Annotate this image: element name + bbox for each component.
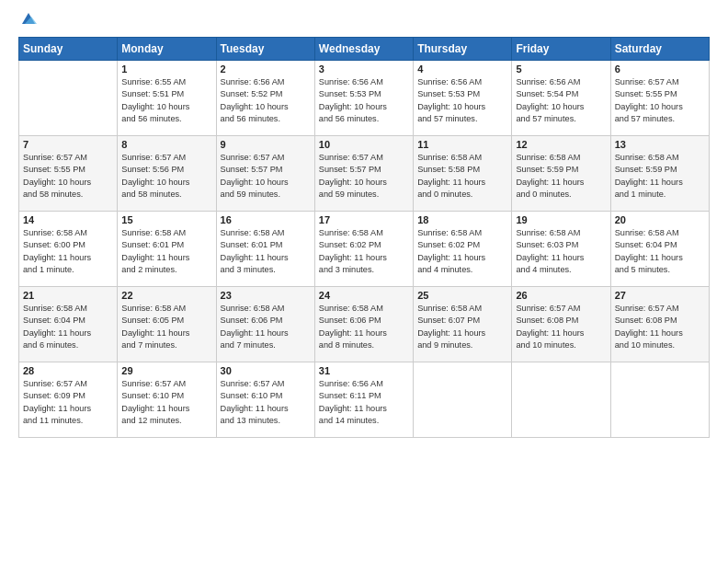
header	[18, 15, 710, 28]
day-info: Sunrise: 6:57 AM Sunset: 5:56 PM Dayligh…	[121, 152, 211, 201]
day-info: Sunrise: 6:58 AM Sunset: 5:58 PM Dayligh…	[417, 152, 507, 201]
calendar-cell: 11Sunrise: 6:58 AM Sunset: 5:58 PM Dayli…	[414, 136, 512, 212]
calendar-cell: 13Sunrise: 6:58 AM Sunset: 5:59 PM Dayli…	[610, 136, 709, 212]
day-number: 8	[121, 139, 211, 150]
day-number: 5	[516, 63, 606, 75]
day-number: 6	[615, 63, 705, 75]
calendar-cell: 21Sunrise: 6:58 AM Sunset: 6:04 PM Dayli…	[19, 287, 118, 362]
day-number: 26	[516, 290, 606, 301]
day-number: 3	[319, 63, 409, 75]
day-number: 20	[615, 214, 705, 225]
day-number: 24	[319, 290, 409, 301]
day-info: Sunrise: 6:58 AM Sunset: 6:03 PM Dayligh…	[516, 227, 606, 276]
calendar-cell: 27Sunrise: 6:57 AM Sunset: 6:08 PM Dayli…	[610, 287, 709, 362]
logo-icon	[20, 11, 37, 28]
day-info: Sunrise: 6:57 AM Sunset: 5:57 PM Dayligh…	[319, 152, 409, 201]
calendar-cell: 8Sunrise: 6:57 AM Sunset: 5:56 PM Daylig…	[118, 136, 216, 212]
page: SundayMondayTuesdayWednesdayThursdayFrid…	[0, 0, 728, 563]
day-info: Sunrise: 6:57 AM Sunset: 6:10 PM Dayligh…	[221, 378, 311, 427]
calendar-cell	[610, 362, 709, 438]
day-number: 10	[319, 139, 409, 150]
day-number: 22	[121, 290, 211, 301]
day-info: Sunrise: 6:58 AM Sunset: 6:04 PM Dayligh…	[615, 227, 705, 276]
calendar-cell: 18Sunrise: 6:58 AM Sunset: 6:02 PM Dayli…	[414, 212, 512, 287]
calendar-header-row: SundayMondayTuesdayWednesdayThursdayFrid…	[19, 38, 710, 61]
day-of-week-header: Thursday	[414, 38, 512, 61]
day-info: Sunrise: 6:58 AM Sunset: 6:07 PM Dayligh…	[417, 303, 507, 351]
calendar-cell: 5Sunrise: 6:56 AM Sunset: 5:54 PM Daylig…	[512, 61, 610, 136]
day-of-week-header: Wednesday	[314, 38, 413, 61]
day-info: Sunrise: 6:58 AM Sunset: 6:05 PM Dayligh…	[121, 303, 211, 351]
day-of-week-header: Monday	[118, 38, 216, 61]
day-info: Sunrise: 6:56 AM Sunset: 6:11 PM Dayligh…	[319, 378, 409, 427]
calendar-week-row: 14Sunrise: 6:58 AM Sunset: 6:00 PM Dayli…	[19, 212, 710, 287]
day-info: Sunrise: 6:58 AM Sunset: 5:59 PM Dayligh…	[516, 152, 606, 201]
calendar-cell: 30Sunrise: 6:57 AM Sunset: 6:10 PM Dayli…	[216, 362, 314, 438]
day-info: Sunrise: 6:58 AM Sunset: 6:06 PM Dayligh…	[221, 303, 311, 351]
day-number: 30	[221, 365, 311, 376]
calendar-cell: 22Sunrise: 6:58 AM Sunset: 6:05 PM Dayli…	[118, 287, 216, 362]
calendar-cell: 20Sunrise: 6:58 AM Sunset: 6:04 PM Dayli…	[610, 212, 709, 287]
calendar-cell: 2Sunrise: 6:56 AM Sunset: 5:52 PM Daylig…	[216, 61, 314, 136]
day-number: 1	[121, 63, 211, 75]
day-number: 13	[615, 139, 705, 150]
day-number: 29	[121, 365, 211, 376]
day-info: Sunrise: 6:55 AM Sunset: 5:51 PM Dayligh…	[121, 76, 211, 125]
calendar-cell: 15Sunrise: 6:58 AM Sunset: 6:01 PM Dayli…	[118, 212, 216, 287]
calendar-cell: 4Sunrise: 6:56 AM Sunset: 5:53 PM Daylig…	[414, 61, 512, 136]
day-info: Sunrise: 6:58 AM Sunset: 6:00 PM Dayligh…	[23, 227, 113, 276]
calendar-week-row: 1Sunrise: 6:55 AM Sunset: 5:51 PM Daylig…	[19, 61, 710, 136]
calendar-cell: 14Sunrise: 6:58 AM Sunset: 6:00 PM Dayli…	[19, 212, 118, 287]
calendar-cell: 12Sunrise: 6:58 AM Sunset: 5:59 PM Dayli…	[512, 136, 610, 212]
day-number: 23	[221, 290, 311, 301]
day-info: Sunrise: 6:56 AM Sunset: 5:54 PM Dayligh…	[516, 76, 606, 125]
logo	[18, 15, 37, 28]
calendar-cell: 31Sunrise: 6:56 AM Sunset: 6:11 PM Dayli…	[314, 362, 413, 438]
day-info: Sunrise: 6:58 AM Sunset: 6:02 PM Dayligh…	[319, 227, 409, 276]
day-info: Sunrise: 6:58 AM Sunset: 6:02 PM Dayligh…	[417, 227, 507, 276]
calendar-cell: 9Sunrise: 6:57 AM Sunset: 5:57 PM Daylig…	[216, 136, 314, 212]
calendar-week-row: 7Sunrise: 6:57 AM Sunset: 5:55 PM Daylig…	[19, 136, 710, 212]
calendar-cell: 19Sunrise: 6:58 AM Sunset: 6:03 PM Dayli…	[512, 212, 610, 287]
day-number: 16	[221, 214, 311, 225]
day-number: 11	[417, 139, 507, 150]
calendar-cell: 16Sunrise: 6:58 AM Sunset: 6:01 PM Dayli…	[216, 212, 314, 287]
calendar-week-row: 28Sunrise: 6:57 AM Sunset: 6:09 PM Dayli…	[19, 362, 710, 438]
calendar-cell: 10Sunrise: 6:57 AM Sunset: 5:57 PM Dayli…	[314, 136, 413, 212]
day-of-week-header: Tuesday	[216, 38, 314, 61]
day-info: Sunrise: 6:56 AM Sunset: 5:52 PM Dayligh…	[221, 76, 311, 125]
day-info: Sunrise: 6:56 AM Sunset: 5:53 PM Dayligh…	[417, 76, 507, 125]
day-info: Sunrise: 6:58 AM Sunset: 6:01 PM Dayligh…	[221, 227, 311, 276]
day-number: 7	[23, 139, 113, 150]
calendar-cell: 17Sunrise: 6:58 AM Sunset: 6:02 PM Dayli…	[314, 212, 413, 287]
day-info: Sunrise: 6:58 AM Sunset: 6:04 PM Dayligh…	[23, 303, 113, 351]
calendar-cell: 28Sunrise: 6:57 AM Sunset: 6:09 PM Dayli…	[19, 362, 118, 438]
day-number: 28	[23, 365, 113, 376]
day-number: 17	[319, 214, 409, 225]
day-info: Sunrise: 6:57 AM Sunset: 5:55 PM Dayligh…	[23, 152, 113, 201]
day-number: 14	[23, 214, 113, 225]
day-number: 31	[319, 365, 409, 376]
day-info: Sunrise: 6:58 AM Sunset: 6:01 PM Dayligh…	[121, 227, 211, 276]
calendar-table: SundayMondayTuesdayWednesdayThursdayFrid…	[18, 37, 710, 438]
day-number: 12	[516, 139, 606, 150]
calendar-cell: 3Sunrise: 6:56 AM Sunset: 5:53 PM Daylig…	[314, 61, 413, 136]
day-info: Sunrise: 6:58 AM Sunset: 5:59 PM Dayligh…	[615, 152, 705, 201]
calendar-cell	[512, 362, 610, 438]
day-number: 27	[615, 290, 705, 301]
day-number: 9	[221, 139, 311, 150]
calendar-cell	[19, 61, 118, 136]
calendar-cell: 6Sunrise: 6:57 AM Sunset: 5:55 PM Daylig…	[610, 61, 709, 136]
day-info: Sunrise: 6:57 AM Sunset: 5:57 PM Dayligh…	[221, 152, 311, 201]
calendar-week-row: 21Sunrise: 6:58 AM Sunset: 6:04 PM Dayli…	[19, 287, 710, 362]
calendar-cell: 25Sunrise: 6:58 AM Sunset: 6:07 PM Dayli…	[414, 287, 512, 362]
calendar-cell	[414, 362, 512, 438]
day-number: 2	[221, 63, 311, 75]
calendar-cell: 1Sunrise: 6:55 AM Sunset: 5:51 PM Daylig…	[118, 61, 216, 136]
day-number: 25	[417, 290, 507, 301]
day-number: 21	[23, 290, 113, 301]
day-number: 15	[121, 214, 211, 225]
calendar-cell: 24Sunrise: 6:58 AM Sunset: 6:06 PM Dayli…	[314, 287, 413, 362]
calendar-cell: 29Sunrise: 6:57 AM Sunset: 6:10 PM Dayli…	[118, 362, 216, 438]
calendar-cell: 23Sunrise: 6:58 AM Sunset: 6:06 PM Dayli…	[216, 287, 314, 362]
